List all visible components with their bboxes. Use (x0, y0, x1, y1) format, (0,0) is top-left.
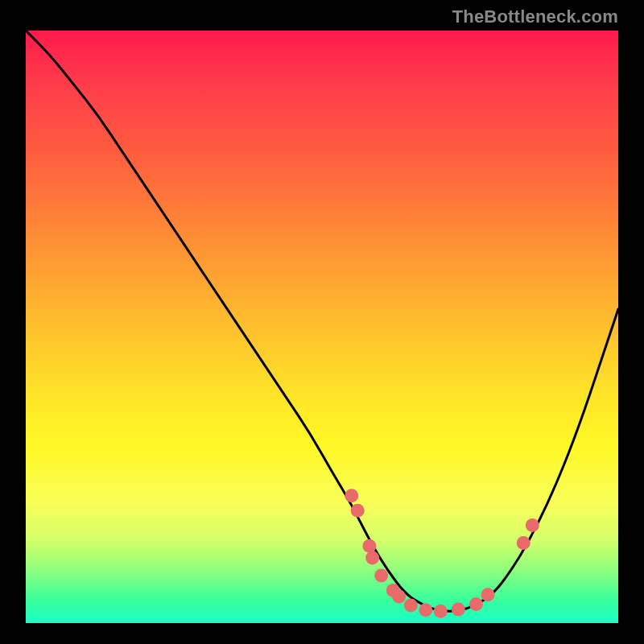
data-point (351, 504, 365, 518)
data-point (452, 603, 465, 617)
data-point (392, 589, 406, 603)
points-group (345, 489, 539, 618)
data-point (434, 605, 448, 618)
data-point (526, 518, 539, 532)
data-point (469, 597, 483, 611)
plot-area (26, 31, 618, 623)
data-point (481, 588, 495, 601)
watermark-text: TheBottleneck.com (452, 6, 618, 27)
data-point (365, 551, 379, 565)
chart-svg (26, 31, 618, 623)
data-point (362, 539, 376, 553)
data-point (419, 603, 432, 617)
data-point (404, 598, 418, 612)
data-point (345, 489, 358, 502)
data-point (517, 536, 530, 550)
data-point (374, 569, 388, 583)
chart-container: TheBottleneck.com (0, 0, 644, 644)
